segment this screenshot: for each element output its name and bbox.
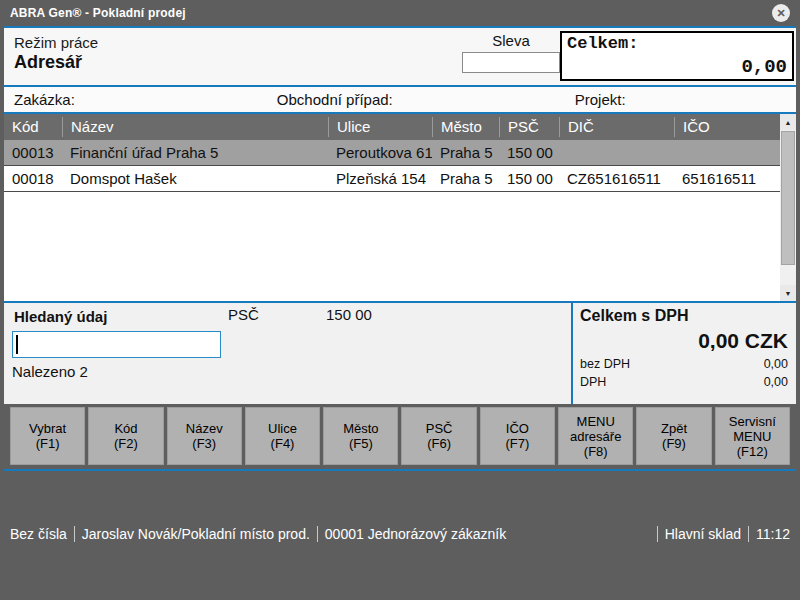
address-table: Kód Název Ulice Město PSČ DIČ IČO 00013 …	[4, 114, 780, 301]
scrollbar-thumb[interactable]	[781, 131, 795, 265]
column-header-mesto[interactable]: Město	[432, 117, 499, 137]
business-case-label: Obchodní případ:	[277, 91, 393, 108]
function-button[interactable]: IČO (F7)	[480, 407, 555, 465]
vat-value: 0,00	[764, 375, 788, 389]
function-button-key: (F12)	[737, 444, 768, 459]
cell-kod: 00013	[4, 144, 62, 161]
function-button[interactable]: Servisní MENU (F12)	[715, 407, 790, 465]
status-clock: 11:12	[756, 526, 790, 542]
function-button[interactable]: MENU adresáře (F8)	[558, 407, 633, 465]
column-header-ulice[interactable]: Ulice	[328, 117, 432, 137]
column-header-dic[interactable]: DIČ	[559, 117, 674, 137]
subtotal-row: bez DPH 0,00	[580, 357, 788, 371]
cell-nazev: Domspot Hašek	[62, 170, 328, 187]
function-button-label: Město	[343, 421, 378, 436]
function-button[interactable]: Kód (F2)	[88, 407, 163, 465]
function-button-key: (F8)	[584, 444, 608, 459]
function-button-label: PSČ	[426, 421, 453, 436]
function-button[interactable]: Název (F3)	[167, 407, 242, 465]
table-rows: 00013 Finanční úřad Praha 5 Peroutkova 6…	[4, 140, 780, 192]
function-button-row: Vybrat (F1) Kód (F2) Název (F3) Ulice (F…	[4, 404, 796, 469]
function-button-label: Ulice	[268, 421, 297, 436]
scroll-up-icon[interactable]: ▲	[780, 114, 796, 130]
work-mode-value: Adresář	[14, 52, 98, 73]
column-header-kod[interactable]: Kód	[4, 117, 62, 137]
status-separator	[74, 526, 75, 542]
function-button-key: (F7)	[506, 436, 530, 451]
close-icon[interactable]: ✕	[772, 4, 790, 22]
window-title: ABRA Gen® - Pokladní prodej	[10, 6, 186, 20]
cell-psc: 150 00	[499, 144, 559, 161]
function-button[interactable]: Ulice (F4)	[245, 407, 320, 465]
project-label: Projekt:	[575, 91, 626, 108]
function-button-key: (F5)	[349, 436, 373, 451]
status-right-group: Hlavní sklad 11:12	[650, 526, 790, 542]
order-label: Zakázka:	[14, 91, 75, 108]
totals-title: Celkem s DPH	[580, 307, 788, 325]
function-button-key: (F6)	[427, 436, 451, 451]
status-bar: Bez čísla Jaroslav Novák/Pokladní místo …	[4, 471, 796, 596]
title-bar: ABRA Gen® - Pokladní prodej ✕	[4, 0, 796, 26]
vat-label: DPH	[580, 375, 606, 389]
function-button-label: Zpět	[661, 421, 687, 436]
subtotal-label: bez DPH	[580, 357, 630, 371]
status-document-number: Bez čísla	[10, 526, 67, 542]
function-button-key: (F3)	[192, 436, 216, 451]
search-field-label: PSČ	[228, 306, 259, 323]
table-row[interactable]: 00018 Domspot Hašek Plzeňská 154 Praha 5…	[4, 166, 780, 192]
status-warehouse: Hlavní sklad	[665, 526, 741, 542]
cell-dic: CZ651616511	[559, 170, 674, 187]
context-row: Zakázka: Obchodní případ: Projekt:	[4, 87, 796, 112]
scrollbar-track[interactable]	[780, 130, 796, 285]
table-header-row: Kód Název Ulice Město PSČ DIČ IČO	[4, 114, 780, 140]
column-header-nazev[interactable]: Název	[62, 117, 328, 137]
cell-psc: 150 00	[499, 170, 559, 187]
search-input[interactable]	[12, 331, 221, 358]
function-button-key: (F2)	[114, 436, 138, 451]
vertical-scrollbar[interactable]: ▲ ▼	[780, 114, 796, 301]
status-customer: 00001 Jednorázový zákazník	[325, 526, 506, 542]
grand-total-value: 0,00 CZK	[580, 329, 788, 353]
function-button-key: (F4)	[271, 436, 295, 451]
subtotal-value: 0,00	[764, 357, 788, 371]
cell-ulice: Peroutkova 61	[328, 144, 432, 161]
discount-label: Sleva	[462, 32, 562, 49]
cell-nazev: Finanční úřad Praha 5	[62, 144, 328, 161]
scroll-down-icon[interactable]: ▼	[780, 285, 796, 301]
total-value: 0,00	[567, 56, 787, 78]
function-button[interactable]: Vybrat (F1)	[10, 407, 85, 465]
discount-input[interactable]	[462, 52, 560, 73]
search-field-value: 150 00	[326, 306, 372, 323]
discount-block: Sleva	[462, 32, 562, 73]
vat-row: DPH 0,00	[580, 375, 788, 389]
function-button[interactable]: PSČ (F6)	[401, 407, 476, 465]
status-user-and-pos: Jaroslav Novák/Pokladní místo prod.	[82, 526, 310, 542]
cell-ulice: Plzeňská 154	[328, 170, 432, 187]
search-label: Hledaný údaj	[14, 308, 107, 325]
function-button-key: (F9)	[662, 436, 686, 451]
table-row[interactable]: 00013 Finanční úřad Praha 5 Peroutkova 6…	[4, 140, 780, 166]
function-button-label: Vybrat	[29, 421, 66, 436]
function-button-key: (F1)	[36, 436, 60, 451]
total-box: Celkem: 0,00	[560, 31, 794, 81]
status-separator	[657, 526, 658, 542]
status-separator	[317, 526, 318, 542]
address-table-region: Kód Název Ulice Město PSČ DIČ IČO 00013 …	[4, 114, 796, 301]
results-count: Nalezeno 2	[12, 363, 88, 380]
work-mode-block: Režim práce Adresář	[4, 28, 98, 85]
function-button-label: Servisní MENU	[729, 414, 776, 444]
cell-kod: 00018	[4, 170, 62, 187]
table-empty-area	[4, 192, 780, 301]
search-section: Hledaný údaj PSČ 150 00 Nalezeno 2	[4, 303, 571, 404]
column-header-psc[interactable]: PSČ	[499, 117, 559, 137]
function-button-label: IČO	[506, 421, 529, 436]
text-caret	[16, 335, 18, 354]
function-button-label: Název	[186, 421, 223, 436]
app-window: ABRA Gen® - Pokladní prodej ✕ Režim prác…	[0, 0, 800, 600]
column-header-ico[interactable]: IČO	[674, 117, 780, 137]
function-button[interactable]: Město (F5)	[323, 407, 398, 465]
function-button-label: MENU adresáře	[570, 414, 621, 444]
total-label: Celkem:	[567, 34, 787, 53]
cell-mesto: Praha 5	[432, 144, 499, 161]
function-button[interactable]: Zpět (F9)	[636, 407, 711, 465]
